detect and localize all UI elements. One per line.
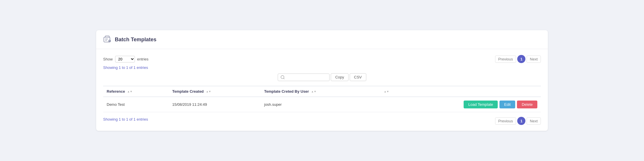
csv-button[interactable]: CSV (350, 73, 366, 81)
bottom-page-number: 1 (517, 117, 525, 125)
batch-icon (103, 35, 111, 44)
top-showing-text: Showing 1 to 1 of 1 entries (103, 65, 541, 70)
sort-user-icon[interactable]: ▲▼ (311, 90, 316, 93)
edit-button[interactable]: Edit (499, 101, 515, 108)
col-template-created: Template Created ▲▼ (169, 86, 261, 97)
top-pagination: Previous 1 Next (495, 55, 541, 63)
page-header: Batch Templates (96, 30, 548, 49)
page-wrapper: Batch Templates Show 20 10 50 100 entrie… (96, 30, 548, 131)
top-controls-row: Show 20 10 50 100 entries Previous 1 Nex… (103, 55, 541, 63)
top-page-number: 1 (517, 55, 525, 63)
svg-rect-0 (104, 37, 110, 42)
col-actions: ▲▼ (379, 86, 541, 97)
sort-created-icon[interactable]: ▲▼ (206, 90, 211, 93)
col-reference: Reference ▲▼ (103, 86, 169, 97)
bottom-previous-button[interactable]: Previous (495, 117, 516, 125)
svg-point-4 (281, 76, 284, 79)
cell-actions: Load Template Edit Delete (379, 97, 541, 112)
col-created-by: Template Creted By User ▲▼ (261, 86, 379, 97)
search-bar-row: Copy CSV (103, 73, 541, 81)
show-label: Show (103, 57, 113, 61)
delete-button[interactable]: Delete (517, 101, 537, 108)
bottom-row: Showing 1 to 1 of 1 entries Previous 1 N… (103, 117, 541, 125)
main-content: Show 20 10 50 100 entries Previous 1 Nex… (96, 49, 548, 131)
cell-template-created: 15/08/2019 11:24:49 (169, 97, 261, 112)
sort-actions-icon[interactable]: ▲▼ (384, 90, 389, 93)
entries-label: entries (137, 57, 149, 61)
search-input[interactable] (286, 75, 327, 79)
search-icon (280, 75, 285, 80)
search-wrapper (278, 74, 330, 81)
action-buttons: Load Template Edit Delete (383, 101, 537, 108)
show-entries-control: Show 20 10 50 100 entries (103, 56, 149, 62)
bottom-pagination: Previous 1 Next (495, 117, 541, 125)
copy-button[interactable]: Copy (331, 73, 348, 81)
bottom-showing-text: Showing 1 to 1 of 1 entries (103, 117, 148, 121)
page-title: Batch Templates (115, 37, 156, 43)
cell-reference: Demo Test (103, 97, 169, 112)
templates-table: Reference ▲▼ Template Created ▲▼ Templat… (103, 86, 541, 112)
top-next-button[interactable]: Next (527, 56, 541, 63)
load-template-button[interactable]: Load Template (464, 101, 498, 108)
table-row: Demo Test 15/08/2019 11:24:49 josh.super… (103, 97, 541, 112)
top-previous-button[interactable]: Previous (495, 56, 516, 63)
cell-created-by: josh.super (261, 97, 379, 112)
bottom-next-button[interactable]: Next (527, 117, 541, 125)
sort-reference-icon[interactable]: ▲▼ (127, 90, 133, 93)
entries-select[interactable]: 20 10 50 100 (115, 56, 135, 62)
